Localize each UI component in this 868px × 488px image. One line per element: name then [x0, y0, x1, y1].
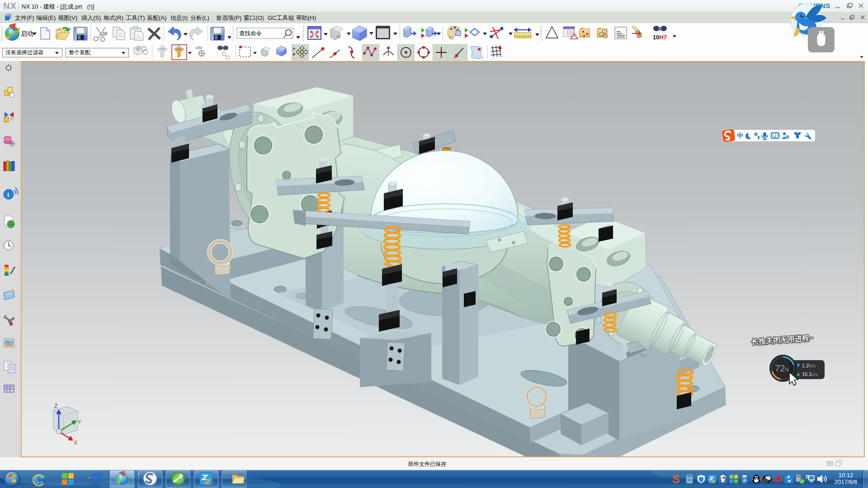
svg-text:i: i — [7, 191, 9, 198]
svg-text:1.2M/s: 1.2M/s — [802, 363, 816, 368]
svg-text:15.1K/s: 15.1K/s — [802, 371, 818, 377]
svg-text:Y: Y — [78, 419, 81, 425]
svg-text:X: X — [74, 440, 77, 446]
svg-text:10H7: 10H7 — [653, 34, 667, 41]
svg-text:启动: 启动 — [21, 30, 33, 37]
svg-text:中: 中 — [737, 132, 743, 139]
svg-text:Z: Z — [54, 403, 57, 409]
svg-text:S: S — [672, 473, 680, 485]
svg-text:S: S — [786, 136, 788, 139]
svg-text:查找命令: 查找命令 — [239, 30, 262, 37]
